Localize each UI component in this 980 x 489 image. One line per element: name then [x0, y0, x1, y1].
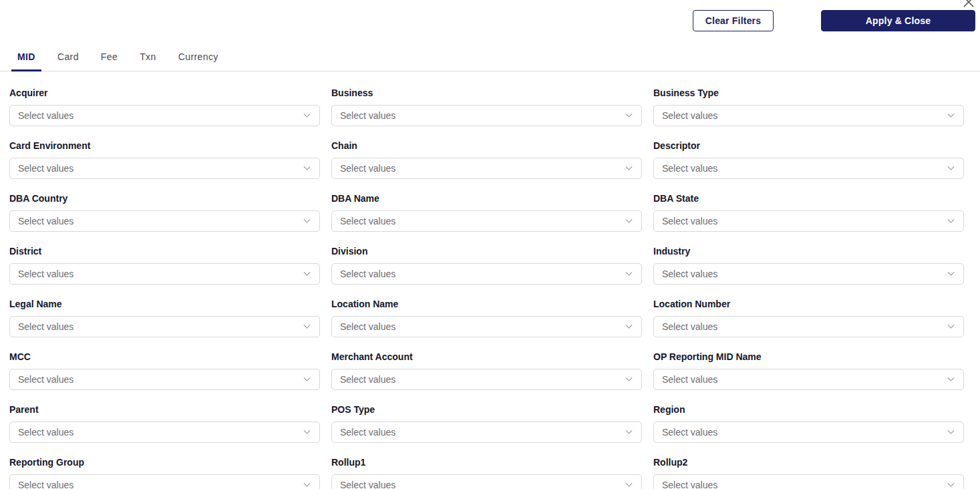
select-placeholder: Select values	[340, 110, 395, 121]
chevron-down-icon	[304, 216, 311, 222]
filter-label: Rollup2	[653, 457, 964, 468]
op-reporting-mid-name-select[interactable]: Select values	[653, 369, 964, 390]
select-placeholder: Select values	[340, 427, 395, 438]
card-environment-select[interactable]: Select values	[9, 158, 320, 179]
region-select[interactable]: Select values	[653, 422, 964, 443]
filter-label: Rollup1	[331, 457, 642, 468]
filter-field-acquirer: AcquirerSelect values	[9, 88, 320, 126]
filter-label: Descriptor	[653, 140, 964, 152]
chevron-down-icon	[948, 480, 955, 486]
location-number-select[interactable]: Select values	[653, 316, 964, 337]
industry-select[interactable]: Select values	[653, 263, 964, 285]
filter-label: Acquirer	[9, 88, 320, 99]
tab-txn[interactable]: Txn	[134, 51, 162, 71]
chevron-down-icon	[626, 374, 633, 381]
dba-name-select[interactable]: Select values	[331, 210, 642, 232]
filter-label: Location Number	[653, 299, 964, 310]
legal-name-select[interactable]: Select values	[9, 316, 320, 337]
acquirer-select[interactable]: Select values	[9, 105, 320, 126]
filter-field-descriptor: DescriptorSelect values	[653, 140, 964, 179]
select-placeholder: Select values	[662, 427, 717, 438]
tab-mid[interactable]: MID	[11, 51, 41, 71]
district-select[interactable]: Select values	[9, 263, 320, 285]
select-placeholder: Select values	[18, 269, 73, 279]
filter-field-business-type: Business TypeSelect values	[653, 88, 964, 126]
chevron-down-icon	[304, 427, 311, 434]
filter-label: DBA Name	[331, 193, 642, 204]
filter-label: Business Type	[653, 88, 964, 99]
chevron-down-icon	[626, 163, 633, 170]
select-placeholder: Select values	[662, 321, 717, 332]
filter-label: MCC	[9, 351, 320, 363]
apply-close-button[interactable]: Apply & Close	[821, 10, 975, 31]
filter-label: Card Environment	[9, 140, 320, 152]
chevron-down-icon	[948, 216, 955, 222]
filter-label: Parent	[9, 404, 320, 416]
select-placeholder: Select values	[18, 374, 73, 385]
filter-label: District	[9, 246, 320, 257]
filter-field-dba-country: DBA CountrySelect values	[9, 193, 320, 232]
filter-field-parent: ParentSelect values	[9, 404, 320, 443]
filter-field-mcc: MCCSelect values	[9, 351, 320, 390]
filter-field-op-reporting-mid-name: OP Reporting MID NameSelect values	[653, 351, 964, 390]
filter-field-division: DivisionSelect values	[331, 246, 642, 285]
chevron-down-icon	[304, 110, 311, 117]
filter-label: Division	[331, 246, 642, 257]
filter-field-merchant-account: Merchant AccountSelect values	[331, 351, 642, 390]
tab-card[interactable]: Card	[51, 51, 85, 71]
division-select[interactable]: Select values	[331, 263, 642, 285]
filter-grid: AcquirerSelect valuesBusinessSelect valu…	[0, 71, 980, 489]
chevron-down-icon	[626, 427, 633, 434]
mcc-select[interactable]: Select values	[9, 369, 320, 390]
filter-field-dba-name: DBA NameSelect values	[331, 193, 642, 232]
select-placeholder: Select values	[340, 374, 395, 385]
filter-field-pos-type: POS TypeSelect values	[331, 404, 642, 443]
dba-state-select[interactable]: Select values	[653, 210, 964, 232]
chevron-down-icon	[304, 269, 311, 275]
rollup2-select[interactable]: Select values	[653, 474, 964, 489]
filter-field-industry: IndustrySelect values	[653, 246, 964, 285]
business-select[interactable]: Select values	[331, 105, 642, 126]
chevron-down-icon	[304, 480, 311, 486]
chevron-down-icon	[948, 374, 955, 381]
filter-field-location-name: Location NameSelect values	[331, 299, 642, 337]
parent-select[interactable]: Select values	[9, 422, 320, 443]
business-type-select[interactable]: Select values	[653, 105, 964, 126]
chevron-down-icon	[304, 321, 311, 328]
filter-label: DBA State	[653, 193, 964, 204]
close-icon[interactable]	[962, 0, 975, 9]
select-placeholder: Select values	[18, 163, 73, 174]
filter-label: POS Type	[331, 404, 642, 416]
chain-select[interactable]: Select values	[331, 158, 642, 179]
filter-label: Region	[653, 404, 964, 416]
select-placeholder: Select values	[18, 480, 73, 489]
chevron-down-icon	[948, 321, 955, 328]
location-name-select[interactable]: Select values	[331, 316, 642, 337]
filter-label: Business	[331, 88, 642, 99]
clear-filters-button[interactable]: Clear Filters	[693, 10, 774, 31]
filter-field-dba-state: DBA StateSelect values	[653, 193, 964, 232]
filter-field-location-number: Location NumberSelect values	[653, 299, 964, 337]
tab-currency[interactable]: Currency	[172, 51, 224, 71]
chevron-down-icon	[626, 110, 633, 117]
rollup1-select[interactable]: Select values	[331, 474, 642, 489]
select-placeholder: Select values	[662, 374, 717, 385]
pos-type-select[interactable]: Select values	[331, 422, 642, 443]
filter-field-card-environment: Card EnvironmentSelect values	[9, 140, 320, 179]
select-placeholder: Select values	[18, 216, 73, 226]
descriptor-select[interactable]: Select values	[653, 158, 964, 179]
select-placeholder: Select values	[662, 216, 717, 226]
reporting-group-select[interactable]: Select values	[9, 474, 320, 489]
filter-label: Chain	[331, 140, 642, 152]
chevron-down-icon	[304, 163, 311, 170]
merchant-account-select[interactable]: Select values	[331, 369, 642, 390]
select-placeholder: Select values	[340, 321, 395, 332]
chevron-down-icon	[304, 374, 311, 381]
dba-country-select[interactable]: Select values	[9, 210, 320, 232]
tab-fee[interactable]: Fee	[95, 51, 124, 71]
chevron-down-icon	[948, 269, 955, 275]
select-placeholder: Select values	[340, 480, 395, 489]
select-placeholder: Select values	[662, 269, 717, 279]
chevron-down-icon	[948, 110, 955, 117]
filter-field-rollup1: Rollup1Select values	[331, 457, 642, 489]
